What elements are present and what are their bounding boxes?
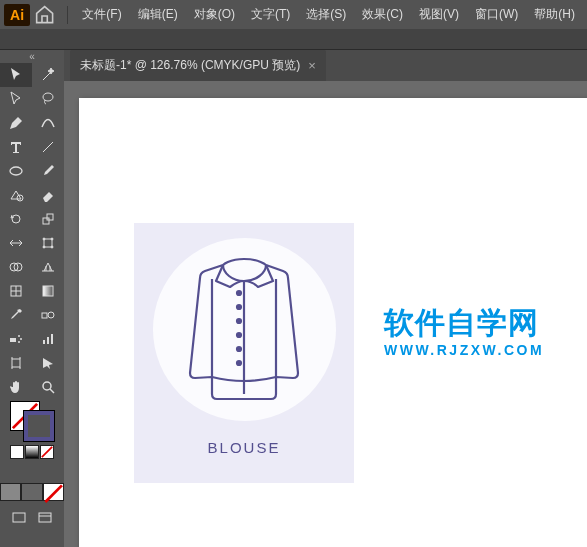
gradient-tool-icon[interactable] <box>32 279 64 303</box>
menu-text[interactable]: 文字(T) <box>243 2 298 27</box>
svg-line-35 <box>45 485 62 502</box>
svg-line-34 <box>42 447 52 457</box>
symbol-sprayer-tool-icon[interactable] <box>0 327 32 351</box>
svg-point-22 <box>18 341 20 343</box>
menu-effect[interactable]: 效果(C) <box>354 2 411 27</box>
svg-point-2 <box>10 167 22 175</box>
svg-rect-19 <box>10 338 16 342</box>
shape-builder-tool-icon[interactable] <box>0 255 32 279</box>
slice-tool-icon[interactable] <box>32 351 64 375</box>
brush-tool-icon[interactable] <box>32 159 64 183</box>
change-screen-icon[interactable] <box>37 510 53 526</box>
menu-help[interactable]: 帮助(H) <box>526 2 583 27</box>
svg-point-21 <box>20 338 22 340</box>
artwork-label: BLOUSE <box>208 439 281 456</box>
blouse-icon <box>177 257 312 402</box>
menu-view[interactable]: 视图(V) <box>411 2 467 27</box>
svg-rect-36 <box>13 513 25 522</box>
menu-object[interactable]: 对象(O) <box>186 2 243 27</box>
menu-select[interactable]: 选择(S) <box>298 2 354 27</box>
mini-swatches <box>10 445 54 459</box>
hand-tool-icon[interactable] <box>0 375 32 399</box>
color-mode-icon[interactable] <box>10 445 24 459</box>
blend-tool-icon[interactable] <box>32 303 64 327</box>
artboard[interactable]: BLOUSE 软件自学网 WWW.RJZXW.COM <box>79 98 587 547</box>
screen-mode-icon[interactable] <box>11 510 27 526</box>
draw-mode-row <box>0 483 64 501</box>
magic-wand-tool-icon[interactable] <box>32 63 64 87</box>
document-tab[interactable]: 未标题-1* @ 126.76% (CMYK/GPU 预览) × <box>70 50 326 81</box>
close-icon[interactable]: × <box>308 58 316 73</box>
line-tool-icon[interactable] <box>32 135 64 159</box>
svg-point-18 <box>48 312 54 318</box>
watermark-title: 软件自学网 <box>384 303 544 344</box>
menu-edit[interactable]: 编辑(E) <box>130 2 186 27</box>
app-badge: Ai <box>4 4 30 26</box>
svg-point-7 <box>43 238 45 240</box>
svg-rect-37 <box>39 513 51 522</box>
none-mode-icon[interactable] <box>40 445 54 459</box>
watermark-url: WWW.RJZXW.COM <box>384 342 544 358</box>
width-tool-icon[interactable] <box>0 231 32 255</box>
svg-point-39 <box>237 291 241 295</box>
gradient-mode-icon[interactable] <box>25 445 39 459</box>
tab-title: 未标题-1* @ 126.76% (CMYK/GPU 预览) <box>80 57 300 74</box>
direct-selection-tool-icon[interactable] <box>0 87 32 111</box>
eyedropper-tool-icon[interactable] <box>0 303 32 327</box>
free-transform-tool-icon[interactable] <box>32 231 64 255</box>
document-area: 未标题-1* @ 126.76% (CMYK/GPU 预览) × <box>64 50 587 547</box>
curvature-tool-icon[interactable] <box>32 111 64 135</box>
svg-point-31 <box>43 382 51 390</box>
svg-point-0 <box>43 93 53 101</box>
draw-normal-icon[interactable] <box>0 483 21 501</box>
watermark: 软件自学网 WWW.RJZXW.COM <box>384 303 544 358</box>
artwork-card: BLOUSE <box>134 223 354 483</box>
menu-items: 文件(F) 编辑(E) 对象(O) 文字(T) 选择(S) 效果(C) 视图(V… <box>74 2 583 27</box>
app-window: Ai 文件(F) 编辑(E) 对象(O) 文字(T) 选择(S) 效果(C) 视… <box>0 0 587 547</box>
svg-point-42 <box>237 333 241 337</box>
svg-point-20 <box>18 335 20 337</box>
graph-tool-icon[interactable] <box>32 327 64 351</box>
svg-point-40 <box>237 305 241 309</box>
pen-tool-icon[interactable] <box>0 111 32 135</box>
lasso-tool-icon[interactable] <box>32 87 64 111</box>
selection-tool-icon[interactable] <box>0 63 32 87</box>
artboard-tool-icon[interactable] <box>0 351 32 375</box>
svg-rect-6 <box>44 239 52 247</box>
rotate-tool-icon[interactable] <box>0 207 32 231</box>
stroke-swatch[interactable] <box>24 411 54 441</box>
fill-stroke-area <box>0 399 64 479</box>
mesh-tool-icon[interactable] <box>0 279 32 303</box>
artwork-circle <box>153 238 336 421</box>
perspective-grid-tool-icon[interactable] <box>32 255 64 279</box>
svg-point-9 <box>43 246 45 248</box>
type-tool-icon[interactable] <box>0 135 32 159</box>
menu-file[interactable]: 文件(F) <box>74 2 129 27</box>
tools-panel: « <box>0 50 64 547</box>
svg-rect-23 <box>43 340 45 344</box>
draw-behind-icon[interactable] <box>21 483 42 501</box>
svg-rect-16 <box>43 286 53 296</box>
menu-window[interactable]: 窗口(W) <box>467 2 526 27</box>
ellipse-tool-icon[interactable] <box>0 159 32 183</box>
divider <box>67 6 68 24</box>
scale-tool-icon[interactable] <box>32 207 64 231</box>
svg-rect-25 <box>51 334 53 344</box>
shaper-tool-icon[interactable] <box>0 183 32 207</box>
svg-rect-5 <box>47 214 53 220</box>
canvas-viewport[interactable]: BLOUSE 软件自学网 WWW.RJZXW.COM <box>64 81 587 547</box>
toolbox <box>0 63 64 399</box>
svg-point-41 <box>237 319 241 323</box>
control-bar <box>0 29 587 50</box>
eraser-tool-icon[interactable] <box>32 183 64 207</box>
svg-point-44 <box>237 361 241 365</box>
tab-bar: 未标题-1* @ 126.76% (CMYK/GPU 预览) × <box>64 50 587 81</box>
svg-rect-26 <box>12 359 20 367</box>
panel-collapse-icon[interactable]: « <box>0 50 64 63</box>
svg-rect-17 <box>42 313 47 318</box>
draw-inside-icon[interactable] <box>43 483 64 501</box>
zoom-tool-icon[interactable] <box>32 375 64 399</box>
menubar: Ai 文件(F) 编辑(E) 对象(O) 文字(T) 选择(S) 效果(C) 视… <box>0 0 587 29</box>
screen-mode-row <box>0 505 64 531</box>
home-icon[interactable] <box>34 4 55 26</box>
